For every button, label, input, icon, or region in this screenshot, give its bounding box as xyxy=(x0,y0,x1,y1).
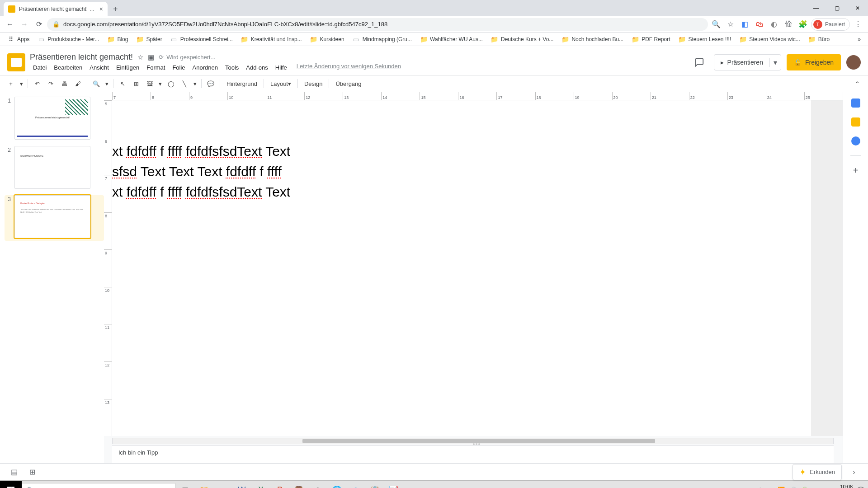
menu-einfuegen[interactable]: Einfügen xyxy=(113,63,142,72)
zoom-button[interactable]: 🔍 xyxy=(90,77,103,90)
comments-button[interactable] xyxy=(690,53,708,71)
present-button[interactable]: ▸Präsentieren xyxy=(714,59,769,66)
extensions-icon[interactable]: 🧩 xyxy=(797,18,809,31)
menu-anordnen[interactable]: Anordnen xyxy=(189,63,221,72)
slides-logo-icon[interactable] xyxy=(7,53,25,71)
slide-thumb-2[interactable]: 2 SCHWERPUNKTE xyxy=(5,146,104,189)
thumbnail[interactable]: SCHWERPUNKTE xyxy=(14,146,90,189)
bookmark-item[interactable]: ▭Mindmapping (Gru... xyxy=(349,34,415,45)
explorer-app[interactable]: 📁 xyxy=(194,481,213,488)
user-avatar[interactable] xyxy=(846,55,861,70)
comment-tool[interactable]: 💬 xyxy=(204,77,217,90)
bookmark-item[interactable]: 📁Blog xyxy=(104,34,132,45)
shape-tool[interactable]: ◯ xyxy=(165,77,177,90)
star-icon[interactable]: ☆ xyxy=(724,18,737,31)
grid-view-button[interactable]: ⊞ xyxy=(25,465,39,479)
bookmark-item[interactable]: 📁Kreativität und Insp... xyxy=(237,34,306,45)
star-doc-icon[interactable]: ☆ xyxy=(137,53,143,61)
horizontal-ruler[interactable]: 7 8 9 10 11 12 13 14 15 16 17 18 19 20 2… xyxy=(104,92,843,100)
redo-button[interactable]: ↷ xyxy=(44,77,57,90)
zoom-icon[interactable]: 🔍 xyxy=(710,18,722,31)
bookmark-item[interactable]: 📁Später xyxy=(132,34,165,45)
profile-chip[interactable]: T Pausiert xyxy=(811,18,850,31)
bookmark-item[interactable]: 📁Steuern Videos wic... xyxy=(736,34,804,45)
ext2-icon[interactable]: 🛍 xyxy=(753,18,766,31)
undo-button[interactable]: ↶ xyxy=(31,77,43,90)
tasks-icon[interactable] xyxy=(851,136,860,145)
bookmark-item[interactable]: 📁Deutsche Kurs + Vo... xyxy=(487,34,557,45)
start-button[interactable] xyxy=(0,481,22,488)
slide-canvas[interactable]: xt fdfdff f ffff fdfdfsfsdText Text sfsd… xyxy=(112,100,843,436)
obs-app[interactable]: ◉ xyxy=(308,481,327,488)
design-button[interactable]: Design xyxy=(301,77,326,90)
menu-format[interactable]: Format xyxy=(143,63,168,72)
slide-thumb-3[interactable]: 3 Erste Folie - Beispiel Text Text Text … xyxy=(5,195,104,241)
speaker-notes[interactable]: Ich bin ein Tipp xyxy=(112,445,834,463)
menu-addons[interactable]: Add-ons xyxy=(243,63,271,72)
close-tab-icon[interactable]: × xyxy=(99,5,103,13)
taskbar-search[interactable]: 🔍Zur Suche Text hier eingeben xyxy=(22,483,175,488)
line-dropdown[interactable]: ▾ xyxy=(192,77,198,90)
minimize-button[interactable]: — xyxy=(806,0,826,16)
vertical-ruler[interactable]: 5 6 7 8 9 10 11 12 13 xyxy=(104,100,112,436)
add-addon-button[interactable]: + xyxy=(851,166,860,175)
chrome-app[interactable]: 🌐 xyxy=(327,481,346,488)
ext3-icon[interactable]: ◐ xyxy=(768,18,780,31)
thumbnail[interactable]: Erste Folie - Beispiel Text Text Text fd… xyxy=(14,195,90,238)
line-tool[interactable]: ╲ xyxy=(178,77,191,90)
app-icon[interactable]: ☁ xyxy=(213,481,232,488)
thumbnail[interactable]: Präsentieren leicht gemacht! xyxy=(14,97,90,140)
layout-button[interactable]: Layout ▾ xyxy=(267,77,295,90)
bookmark-item[interactable]: 📁Kursideen xyxy=(307,34,348,45)
slide-thumb-1[interactable]: 1 Präsentieren leicht gemacht! xyxy=(5,97,104,140)
calendar-icon[interactable] xyxy=(851,99,860,108)
background-button[interactable]: Hintergrund xyxy=(223,77,261,90)
bookmark-item[interactable]: ▭Professionell Schrei... xyxy=(167,34,236,45)
url-input[interactable]: 🔒 docs.google.com/presentation/d/1yV372S… xyxy=(47,18,708,31)
browser-tab[interactable]: Präsentieren leicht gemacht! - G × xyxy=(4,2,108,16)
select-tool[interactable]: ↖ xyxy=(116,77,129,90)
apps-bookmark[interactable]: ⠿Apps xyxy=(4,34,33,45)
spotify-app[interactable]: ● xyxy=(403,481,422,488)
menu-icon[interactable]: ⋮ xyxy=(852,18,864,31)
menu-hilfe[interactable]: Hilfe xyxy=(272,63,290,72)
bookmark-item[interactable]: 📁Noch hochladen Bu... xyxy=(558,34,627,45)
task-view-button[interactable]: ⊞ xyxy=(175,481,194,488)
present-dropdown[interactable]: ▾ xyxy=(769,58,781,67)
explore-button[interactable]: ✦Erkunden xyxy=(793,464,842,480)
bookmark-item[interactable]: 📁PDF Report xyxy=(628,34,674,45)
hide-sidepanel-button[interactable]: › xyxy=(847,465,861,479)
menu-bearbeiten[interactable]: Bearbeiten xyxy=(51,63,85,72)
bookmark-overflow[interactable]: » xyxy=(854,34,864,44)
print-button[interactable]: 🖶 xyxy=(58,77,71,90)
filmstrip-view-button[interactable]: ▤ xyxy=(7,465,21,479)
notes-resize-handle[interactable] xyxy=(473,443,486,446)
edge-app[interactable]: ◐ xyxy=(346,481,365,488)
menu-datei[interactable]: Datei xyxy=(30,63,50,72)
doc-title[interactable]: Präsentieren leicht gemacht! xyxy=(30,52,133,62)
app-icon[interactable]: 📋 xyxy=(365,481,384,488)
ext4-icon[interactable]: 佡 xyxy=(782,18,795,31)
back-button[interactable]: ← xyxy=(4,18,16,31)
slide-text-content[interactable]: xt fdfdff f ffff fdfdfsfsdText Text sfsd… xyxy=(112,141,290,202)
menu-tools[interactable]: Tools xyxy=(222,63,242,72)
keep-icon[interactable] xyxy=(851,117,860,127)
new-slide-dropdown[interactable]: ▾ xyxy=(18,77,25,90)
excel-app[interactable]: X xyxy=(251,481,270,488)
image-dropdown[interactable]: ▾ xyxy=(157,77,164,90)
close-window-button[interactable]: ✕ xyxy=(847,0,868,16)
collapse-toolbar-button[interactable]: ⌃ xyxy=(851,77,863,90)
paint-format-button[interactable]: 🖌 xyxy=(71,77,84,90)
powerpoint-app[interactable]: P xyxy=(270,481,289,488)
bookmark-item[interactable]: 📁Wahlfächer WU Aus... xyxy=(416,34,486,45)
bookmark-item[interactable]: 📁Steuern Lesen !!!! xyxy=(675,34,735,45)
forward-button[interactable]: → xyxy=(18,18,31,31)
menu-ansicht[interactable]: Ansicht xyxy=(86,63,112,72)
last-edit-link[interactable]: Letzte Änderung vor wenigen Sekunden xyxy=(297,63,401,72)
image-tool[interactable]: 🖼 xyxy=(143,77,156,90)
new-tab-button[interactable]: + xyxy=(108,2,123,16)
word-app[interactable]: W xyxy=(232,481,251,488)
ext1-icon[interactable]: ◧ xyxy=(739,18,751,31)
scroll-thumb[interactable] xyxy=(302,439,655,443)
move-doc-icon[interactable]: ▣ xyxy=(148,53,154,61)
